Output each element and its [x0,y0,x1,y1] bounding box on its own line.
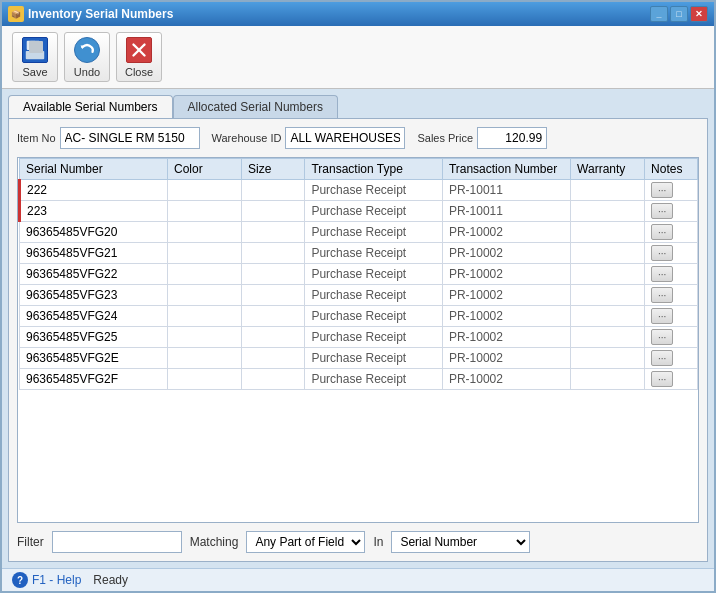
cell-warranty [571,327,645,348]
cell-color [168,327,242,348]
cell-color [168,285,242,306]
filter-label: Filter [17,535,44,549]
cell-trans-num: PR-10011 [442,201,570,222]
cell-trans-num: PR-10002 [442,369,570,390]
cell-trans-type: Purchase Receipt [305,369,442,390]
cell-color [168,369,242,390]
cell-serial: 96365485VFG24 [20,306,168,327]
table-row[interactable]: 96365485VFG25Purchase ReceiptPR-10002··· [20,327,698,348]
cell-color [168,306,242,327]
cell-warranty [571,369,645,390]
cell-notes: ··· [645,369,698,390]
table-row[interactable]: 96365485VFG21Purchase ReceiptPR-10002··· [20,243,698,264]
table-row[interactable]: 96365485VFG2EPurchase ReceiptPR-10002··· [20,348,698,369]
main-panel: Item No Warehouse ID Sales Price [8,118,708,562]
cell-trans-type: Purchase Receipt [305,285,442,306]
cell-trans-num: PR-10002 [442,327,570,348]
col-transaction-number: Transaction Number [442,159,570,180]
item-no-input[interactable] [60,127,200,149]
notes-button[interactable]: ··· [651,203,673,219]
close-button[interactable]: Close [116,32,162,82]
svg-point-4 [76,39,98,61]
notes-button[interactable]: ··· [651,308,673,324]
filter-input[interactable] [52,531,182,553]
serial-numbers-table: Serial Number Color Size Transaction Typ… [18,158,698,390]
table-row[interactable]: 96365485VFG24Purchase ReceiptPR-10002··· [20,306,698,327]
cell-warranty [571,243,645,264]
tab-available[interactable]: Available Serial Numbers [8,95,173,118]
cell-trans-num: PR-10002 [442,306,570,327]
sales-price-label: Sales Price [417,132,473,144]
table-row[interactable]: 223Purchase ReceiptPR-10011··· [20,201,698,222]
cell-notes: ··· [645,243,698,264]
cell-trans-type: Purchase Receipt [305,348,442,369]
cell-serial: 223 [20,201,168,222]
cell-size [242,222,305,243]
save-button[interactable]: Save [12,32,58,82]
cell-notes: ··· [645,285,698,306]
save-label: Save [22,66,47,78]
window-close-button[interactable]: ✕ [690,6,708,22]
notes-button[interactable]: ··· [651,182,673,198]
undo-icon-img [74,37,100,63]
serial-numbers-table-container[interactable]: Serial Number Color Size Transaction Typ… [17,157,699,523]
cell-warranty [571,285,645,306]
title-bar-left: 📦 Inventory Serial Numbers [8,6,173,22]
notes-button[interactable]: ··· [651,224,673,240]
cell-warranty [571,180,645,201]
minimize-button[interactable]: _ [650,6,668,22]
item-no-label: Item No [17,132,56,144]
notes-button[interactable]: ··· [651,266,673,282]
main-window: 📦 Inventory Serial Numbers _ □ ✕ [0,0,716,593]
cell-warranty [571,201,645,222]
col-warranty: Warranty [571,159,645,180]
cell-trans-num: PR-10002 [442,264,570,285]
cell-trans-type: Purchase Receipt [305,327,442,348]
cell-serial: 96365485VFG23 [20,285,168,306]
form-row: Item No Warehouse ID Sales Price [17,127,699,149]
cell-size [242,180,305,201]
maximize-button[interactable]: □ [670,6,688,22]
warehouse-input[interactable] [285,127,405,149]
notes-button[interactable]: ··· [651,350,673,366]
help-link[interactable]: ? F1 - Help [12,572,81,588]
undo-button[interactable]: Undo [64,32,110,82]
table-row[interactable]: 96365485VFG22Purchase ReceiptPR-10002··· [20,264,698,285]
content-area: Available Serial Numbers Allocated Seria… [2,89,714,568]
cell-size [242,264,305,285]
close-icon-img [126,37,152,63]
window-title: Inventory Serial Numbers [28,7,173,21]
cell-notes: ··· [645,222,698,243]
cell-trans-num: PR-10002 [442,222,570,243]
close-icon [125,36,153,64]
cell-trans-num: PR-10002 [442,348,570,369]
cell-trans-type: Purchase Receipt [305,180,442,201]
cell-warranty [571,222,645,243]
notes-button[interactable]: ··· [651,329,673,345]
tab-allocated[interactable]: Allocated Serial Numbers [173,95,338,118]
cell-notes: ··· [645,180,698,201]
cell-color [168,180,242,201]
table-row[interactable]: 222Purchase ReceiptPR-10011··· [20,180,698,201]
cell-color [168,264,242,285]
window-icon: 📦 [8,6,24,22]
title-bar-controls: _ □ ✕ [650,6,708,22]
notes-button[interactable]: ··· [651,245,673,261]
status-text: Ready [93,573,128,587]
cell-serial: 96365485VFG20 [20,222,168,243]
cell-serial: 222 [20,180,168,201]
help-icon: ? [12,572,28,588]
cell-size [242,348,305,369]
table-row[interactable]: 96365485VFG2FPurchase ReceiptPR-10002··· [20,369,698,390]
table-row[interactable]: 96365485VFG20Purchase ReceiptPR-10002··· [20,222,698,243]
notes-button[interactable]: ··· [651,287,673,303]
help-label: F1 - Help [32,573,81,587]
col-notes: Notes [645,159,698,180]
in-select[interactable]: Serial Number Color Size Transaction Typ… [391,531,530,553]
sales-price-input[interactable] [477,127,547,149]
matching-select[interactable]: Any Part of Field Starts With Ends With … [246,531,365,553]
table-row[interactable]: 96365485VFG23Purchase ReceiptPR-10002··· [20,285,698,306]
notes-button[interactable]: ··· [651,371,673,387]
cell-trans-type: Purchase Receipt [305,306,442,327]
cell-warranty [571,306,645,327]
